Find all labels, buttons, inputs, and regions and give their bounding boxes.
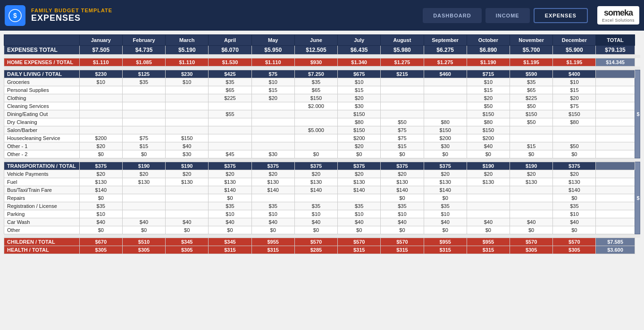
header: $ FAMILY BUDGET TEMPLATE EXPENSES DASHBO… [0, 0, 644, 31]
daily-total-label: DAILY LIVING / TOTAL [4, 70, 80, 78]
ht-nov: $1.195 [510, 58, 553, 66]
app-name: FAMILY BUDGET TEMPLATE [31, 8, 112, 13]
brand-sub: Excel Solutions [602, 18, 635, 23]
other1-row: Other - 1 $20$15$40 $20$15$30 $40$15$50 [4, 142, 640, 150]
col-september: September [424, 35, 467, 46]
ht-feb: $1.085 [122, 58, 165, 66]
dl-may: $75 [251, 70, 294, 78]
col-october: October [467, 35, 510, 46]
children-total-row: CHILDREN / TOTAL $670$510$345 $345$955$5… [4, 238, 640, 246]
dining-label: Dining/Eating Out [4, 110, 80, 118]
col-side [635, 35, 640, 46]
dry-cleaning-label: Dry Cleaning [4, 118, 80, 126]
dl-aug: $215 [381, 70, 424, 78]
et-apr: $6.070 [209, 46, 251, 55]
spacer-1 [4, 55, 640, 58]
et-total: $79.135 [596, 46, 635, 55]
parking-row: Parking $10 $10$10$10 $10$10$10 $10 [4, 210, 640, 218]
expenses-total-label: EXPENSES TOTAL [4, 46, 80, 55]
dl-jul: $675 [338, 70, 381, 78]
col-june: June [294, 35, 337, 46]
spacer-4 [4, 234, 640, 238]
ht-may: $1.110 [251, 58, 294, 66]
carwash-row: Car Wash $40$40$40 $40$40$40 $40$40$40 $… [4, 218, 640, 226]
ht-apr: $1.530 [209, 58, 251, 66]
app-title: FAMILY BUDGET TEMPLATE EXPENSES [31, 8, 112, 23]
bus-row: Bus/Taxi/Train Fare $140 $140$140$140 $1… [4, 186, 640, 194]
other2-row: Other - 2 $0$0$30 $45$30$0 $0$0$0 $0$0$0 [4, 150, 640, 158]
col-december: December [553, 35, 596, 46]
ht-jun: $930 [294, 58, 337, 66]
cleaning-services-row: Cleaning Services $2.000 $30 $50$50$75 [4, 102, 640, 110]
app-logo: $ [5, 5, 25, 26]
et-nov: $5.700 [510, 46, 553, 55]
brand-logo: someka Excel Solutions [597, 6, 639, 25]
ht-sep: $1.275 [424, 58, 467, 66]
dl-feb: $125 [122, 70, 165, 78]
budget-table: January February March April May June Ju… [4, 34, 640, 254]
et-dec: $5.900 [553, 46, 596, 55]
dl-oct: $715 [467, 70, 510, 78]
et-aug: $5.980 [381, 46, 424, 55]
brand-name: someka [604, 8, 633, 18]
clothing-row: Clothing $225$20$150 $20 $20$225$20 [4, 94, 640, 102]
col-march: March [166, 35, 209, 46]
col-total: TOTAL [596, 35, 635, 46]
nav-buttons: DASHBOARD INCOME EXPENSES [423, 8, 588, 23]
col-july: July [338, 35, 381, 46]
ht-mar: $1.110 [166, 58, 209, 66]
health-total-label: HEALTH / TOTAL [4, 246, 80, 254]
children-total-label: CHILDREN / TOTAL [4, 238, 80, 246]
dl-nov: $590 [510, 70, 553, 78]
home-total-row: HOME EXPENSES / TOTAL $1.110 $1.085 $1.1… [4, 58, 640, 66]
spacer-2 [4, 66, 640, 70]
col-february: February [122, 35, 165, 46]
personal-supplies-row: Personal Supplies $65$15$65 $15 $15$65$1… [4, 86, 640, 94]
ht-jan: $1.110 [79, 58, 122, 66]
et-jan: $7.505 [79, 46, 122, 55]
vehicle-row: Vehicle Payments $20$20$20 $20$20$20 $20… [4, 170, 640, 178]
main-content: January February March April May June Ju… [0, 31, 644, 258]
transport-total-label: TRANSPORTATION / TOTAL [4, 162, 80, 170]
dl-jan: $230 [79, 70, 122, 78]
col-may: May [251, 35, 294, 46]
ht-aug: $1.275 [381, 58, 424, 66]
col-april: April [209, 35, 251, 46]
dining-row: Dining/Eating Out $55 $150 $150$150$150 [4, 110, 640, 118]
income-button[interactable]: INCOME [485, 8, 530, 23]
dl-mar: $230 [166, 70, 209, 78]
col-november: November [510, 35, 553, 46]
other2-label: Other - 2 [4, 150, 80, 158]
fuel-row: Fuel $130$130$130 $130$130$130 $130$130$… [4, 178, 640, 186]
personal-supplies-label: Personal Supplies [4, 86, 80, 94]
salon-row: Salon/Barber $5.000 $150$75$150 $150 [4, 126, 640, 134]
health-total-row: HEALTH / TOTAL $305$305$305 $315$315$285… [4, 246, 640, 254]
dashboard-button[interactable]: DASHBOARD [423, 8, 482, 23]
clothing-label: Clothing [4, 94, 80, 102]
housecleaning-label: Housecleaning Service [4, 134, 80, 142]
ht-oct: $1.190 [467, 58, 510, 66]
table-container: January February March April May June Ju… [4, 34, 640, 254]
ht-total: $14.345 [596, 58, 635, 66]
ht-side [635, 58, 640, 66]
col-label [4, 35, 80, 46]
transport-total-row: TRANSPORTATION / TOTAL $375$190$190 $375… [4, 162, 640, 170]
groceries-label: Groceries [4, 78, 80, 86]
salon-label: Salon/Barber [4, 126, 80, 134]
et-sep: $6.275 [424, 46, 467, 55]
home-total-label: HOME EXPENSES / TOTAL [4, 58, 80, 66]
dl-total [596, 70, 635, 78]
et-oct: $6.890 [467, 46, 510, 55]
et-mar: $5.190 [166, 46, 209, 55]
housecleaning-row: Housecleaning Service $200$75$150 $200$7… [4, 134, 640, 142]
et-jul: $6.435 [338, 46, 381, 55]
repairs-row: Repairs $0 $0 $0$0 $0 [4, 194, 640, 202]
expenses-button[interactable]: EXPENSES [534, 8, 588, 23]
transport-other-row: Other $0$0$0 $0$0$0 $0$0$0 $0$0$0 [4, 226, 640, 234]
svg-text:$: $ [13, 12, 17, 19]
page-name: EXPENSES [31, 13, 112, 23]
dl-apr: $425 [209, 70, 251, 78]
et-side [635, 46, 640, 55]
header-row: January February March April May June Ju… [4, 35, 640, 46]
groceries-row: Groceries $10$35$10 $35$10$35 $10 $10$35… [4, 78, 640, 86]
